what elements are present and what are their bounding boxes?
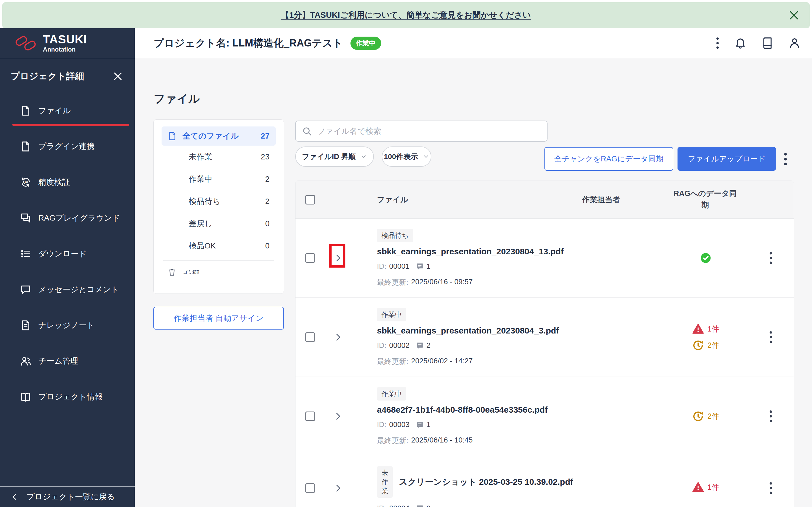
column-file: ファイル (377, 194, 408, 205)
comment-count: 2 (426, 341, 430, 350)
filter-inspection-ok[interactable]: 検品OK 0 (161, 235, 276, 257)
search-input[interactable] (317, 127, 541, 136)
comment-icon (416, 421, 424, 429)
file-upload-button[interactable]: ファイルアップロード (677, 147, 776, 171)
filter-returned[interactable]: 差戻し 0 (161, 212, 276, 235)
page-size-dropdown[interactable]: 100件表示 (382, 147, 432, 167)
sidebar: TASUKI Annotation プロジェクト詳細 ファイル (0, 28, 135, 507)
expand-chevron-icon[interactable] (333, 411, 343, 421)
status-chip: 作業中 (377, 387, 406, 400)
filter-awaiting-inspection[interactable]: 検品待ち 2 (161, 190, 276, 212)
chevron-down-icon (360, 153, 367, 160)
row-kebab-icon[interactable] (769, 482, 773, 495)
auto-assign-button[interactable]: 作業担当者 自動アサイン (153, 307, 284, 330)
sidebar-item-download[interactable]: ダウンロード (0, 236, 135, 272)
sync-pending-icon (692, 339, 704, 351)
page-title: ファイル (154, 91, 200, 107)
table-row: 未作業 スクリーンショット 2025-03-25 10.39.02.pdf ID… (296, 456, 794, 507)
file-id: 00004 (389, 504, 409, 507)
rag-sync-cell (679, 219, 732, 297)
account-person-icon[interactable] (788, 37, 801, 49)
row-kebab-icon[interactable] (769, 410, 773, 423)
main-content: ファイル 全てのファイル 27 未作業 23 作業中 2 検品待ち 2 (135, 58, 812, 507)
column-assignee: 作業担当者 (573, 194, 629, 205)
filter-count: 0 (197, 270, 199, 275)
filter-count: 0 (265, 219, 269, 228)
comment-count: 1 (426, 420, 430, 429)
last-updated: 2025/06/02 - 14:27 (411, 356, 472, 367)
project-title: プロジェクト名: LLM構造化_RAGテスト (154, 36, 343, 50)
brand-logo[interactable]: TASUKI Annotation (0, 28, 135, 58)
docs-book-icon[interactable] (761, 37, 774, 49)
page-header: プロジェクト名: LLM構造化_RAGテスト 作業中 (135, 28, 812, 58)
row-kebab-icon[interactable] (769, 251, 773, 265)
file-table: ファイル 作業担当者 RAGへのデータ同期 検品待ち sbkk_earnings… (295, 180, 794, 507)
app-screen: 【1分】TASUKIご利用について、簡単なご意見をお聞かせください TASUKI… (0, 0, 812, 507)
expand-chevron-icon[interactable] (333, 332, 343, 342)
sidebar-item-knowledge-note[interactable]: ナレッジノート (0, 307, 135, 343)
row-kebab-icon[interactable] (769, 331, 773, 344)
sidebar-item-team[interactable]: チーム管理 (0, 343, 135, 379)
brand-name: TASUKI (43, 34, 87, 45)
panel-title: プロジェクト詳細 (11, 70, 84, 82)
header-kebab-icon[interactable] (716, 37, 719, 49)
error-count: 1件 (707, 482, 719, 492)
sync-all-chunks-button[interactable]: 全チャンクをRAGにデータ同期 (545, 147, 673, 171)
last-updated: 2025/06/16 - 09:57 (411, 277, 472, 287)
table-row: 検品待ち sbkk_earnings_presentation_20230804… (296, 219, 794, 298)
search-icon (302, 126, 312, 136)
sidebar-item-accuracy[interactable]: QA 精度検証 (0, 164, 135, 200)
filter-count: 2 (265, 175, 269, 184)
sidebar-item-rag-playground[interactable]: RAGプレイグラウンド (0, 200, 135, 236)
table-row: 作業中 a468e2f7-1b1f-44b0-8ff8-00ea54e3356c… (296, 377, 794, 456)
sidebar-item-plugin[interactable]: プラグイン連携 (0, 128, 135, 164)
file-name: sbkk_earnings_presentation_20230804_3.pd… (377, 326, 569, 335)
column-rag-sync: RAGへのデータ同期 (670, 188, 741, 212)
sidebar-item-files[interactable]: ファイル (0, 93, 135, 128)
pending-count: 2件 (707, 411, 719, 421)
filter-not-started[interactable]: 未作業 23 (161, 146, 276, 168)
file-name: スクリーンショット 2025-03-25 10.39.02.pdf (399, 476, 573, 488)
sort-dropdown[interactable]: ファイルID 昇順 (295, 147, 374, 167)
toolbar-kebab-icon[interactable] (783, 152, 788, 166)
rag-sync-cell: 1件 (679, 456, 732, 507)
select-all-checkbox[interactable] (305, 195, 315, 205)
file-icon (20, 141, 31, 152)
chat-double-icon (20, 213, 31, 223)
notifications-bell-icon[interactable] (734, 37, 747, 49)
banner-close-icon[interactable] (788, 9, 800, 21)
row-checkbox[interactable] (305, 411, 315, 421)
rag-sync-cell: 1件 2件 (679, 298, 732, 377)
back-to-projects[interactable]: プロジェクト一覧に戻る (0, 487, 135, 507)
filter-count: 2 (265, 197, 269, 206)
status-chip: 作業中 (377, 308, 406, 321)
expand-chevron-icon[interactable] (333, 483, 343, 493)
survey-banner-link[interactable]: 【1分】TASUKIご利用について、簡単なご意見をお聞かせください (281, 10, 531, 21)
project-status-badge: 作業中 (350, 37, 381, 50)
file-name: sbkk_earnings_presentation_20230804_13.p… (377, 247, 569, 256)
table-row: 作業中 sbkk_earnings_presentation_20230804_… (296, 298, 794, 377)
rag-sync-cell: 2件 (679, 377, 732, 456)
comment-icon (416, 504, 424, 507)
panel-close-icon[interactable] (112, 71, 123, 82)
sync-pending-icon (692, 410, 704, 422)
row-checkbox[interactable] (305, 332, 315, 342)
filter-trash[interactable]: ゴミ箱 0 (161, 261, 276, 284)
filter-count: 0 (265, 241, 269, 250)
status-chip: 検品待ち (377, 229, 413, 242)
note-icon (20, 320, 31, 331)
file-id: 00002 (389, 341, 409, 350)
comment-icon (416, 263, 424, 270)
sync-success-icon (700, 252, 712, 264)
row-checkbox[interactable] (305, 483, 315, 493)
filter-in-progress[interactable]: 作業中 2 (161, 168, 276, 190)
chevron-left-icon (11, 493, 19, 501)
pending-count: 2件 (707, 340, 719, 350)
annotation-highlight-box (329, 244, 345, 268)
last-updated: 2025/06/16 - 10:45 (411, 436, 472, 446)
sidebar-item-project-info[interactable]: プロジェクト情報 (0, 379, 135, 414)
filter-all-files[interactable]: 全てのファイル 27 (161, 126, 276, 146)
row-checkbox[interactable] (305, 253, 315, 263)
sync-error-icon (692, 323, 704, 335)
sidebar-item-messages[interactable]: メッセージとコメント (0, 272, 135, 307)
